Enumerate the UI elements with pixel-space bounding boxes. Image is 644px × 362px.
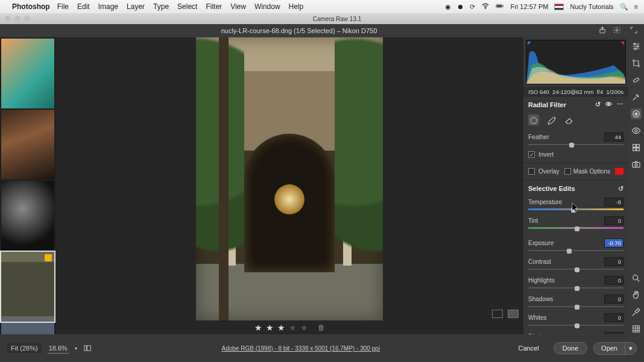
crop-icon[interactable] <box>631 58 642 69</box>
whites-value[interactable]: 0 <box>604 313 623 322</box>
star-5-icon[interactable]: ★ <box>300 323 308 332</box>
highlights-thumb[interactable] <box>575 286 579 291</box>
heal-icon[interactable] <box>631 75 642 86</box>
menu-edit[interactable]: Edit <box>77 2 90 11</box>
highlights-value[interactable]: 0 <box>604 276 623 285</box>
selective-reset-icon[interactable]: ↺ <box>618 185 623 193</box>
thumbnail[interactable] <box>1 323 54 334</box>
open-dropdown-icon[interactable]: ▾ <box>625 343 636 354</box>
edit-panel[interactable]: ISO 640 24-120@62 mm f/4 1/200s Radial F… <box>523 37 628 334</box>
menu-select[interactable]: Select <box>177 2 197 11</box>
color-sampler-icon[interactable] <box>631 307 642 317</box>
histogram[interactable] <box>526 40 626 84</box>
more-icon[interactable]: ⋯ <box>617 101 623 108</box>
reset-icon[interactable]: ↺ <box>595 101 601 108</box>
exposure-thumb[interactable] <box>567 249 572 254</box>
workflow-options-link[interactable]: Adobe RGB (1998) - 8 bit - 3338 x 5001 (… <box>221 345 379 352</box>
svg-point-7 <box>637 46 639 48</box>
highlight-clip-icon[interactable] <box>620 42 624 45</box>
menu-layer[interactable]: Layer <box>127 2 145 11</box>
shadow-clip-icon[interactable] <box>528 42 531 45</box>
thumbnail[interactable] <box>1 39 54 108</box>
temperature-thumb[interactable] <box>571 208 576 213</box>
sync-icon[interactable]: ⟳ <box>470 3 475 11</box>
blacks-value[interactable]: 0 <box>604 332 623 334</box>
menu-image[interactable]: Image <box>98 2 118 11</box>
notification-center-icon[interactable]: ≡ <box>634 3 638 10</box>
brush-tool-icon[interactable] <box>546 114 557 125</box>
screen-record-icon[interactable]: ⏺ <box>457 3 464 10</box>
close-window-icon[interactable] <box>5 16 11 22</box>
shadows-value[interactable]: 0 <box>604 295 623 304</box>
exposure-value[interactable]: -0.70 <box>604 239 623 248</box>
menubar-user[interactable]: Nucly Tutorials <box>570 3 613 10</box>
menu-view[interactable]: View <box>230 2 246 11</box>
star-4-icon[interactable]: ★ <box>289 323 297 332</box>
eraser-tool-icon[interactable] <box>564 114 575 125</box>
menu-type[interactable]: Type <box>153 2 169 11</box>
minimize-window-icon[interactable] <box>14 16 21 22</box>
filmstrip[interactable] <box>0 37 55 334</box>
zoom-window-icon[interactable] <box>24 16 30 22</box>
temperature-value[interactable]: -8 <box>604 198 623 207</box>
settings-gear-icon[interactable] <box>613 26 621 36</box>
camera-status-icon[interactable]: ◉ <box>445 3 451 11</box>
presets-icon[interactable] <box>631 142 642 153</box>
traffic-lights[interactable] <box>5 16 30 22</box>
window-titlebar[interactable]: Camera Raw 13.1 <box>0 13 644 24</box>
menu-help[interactable]: Help <box>289 2 304 11</box>
invert-checkbox[interactable] <box>528 151 535 158</box>
menubar-clock[interactable]: Fri 12:57 PM <box>510 3 548 10</box>
done-button[interactable]: Done <box>554 342 587 354</box>
battery-icon[interactable] <box>496 2 504 11</box>
menu-file[interactable]: File <box>57 2 69 11</box>
wifi-icon[interactable] <box>481 2 490 11</box>
contrast-thumb[interactable] <box>575 267 579 272</box>
delete-icon[interactable]: 🗑 <box>318 323 325 332</box>
grid-icon[interactable] <box>631 323 642 334</box>
feather-value[interactable]: 44 <box>604 133 623 142</box>
menu-window[interactable]: Window <box>254 2 280 11</box>
overlay-checkbox[interactable] <box>528 168 535 175</box>
maskoptions-checkbox[interactable] <box>564 168 571 175</box>
feather-thumb[interactable] <box>569 143 574 148</box>
zoom-percent[interactable]: 18.6% <box>48 343 69 354</box>
open-button[interactable]: Open ▾ <box>593 342 637 355</box>
toggle-strip-icon[interactable] <box>83 344 92 352</box>
whites-thumb[interactable] <box>575 323 579 328</box>
contrast-value[interactable]: 0 <box>604 257 623 266</box>
thumbnail[interactable] <box>1 181 54 251</box>
snapshots-icon[interactable] <box>631 159 642 170</box>
meta-lens: 24-120@62 mm <box>552 89 593 95</box>
redeye-icon[interactable] <box>631 125 642 136</box>
app-name[interactable]: Photoshop <box>12 2 50 11</box>
spotlight-icon[interactable]: 🔍 <box>620 3 628 11</box>
zoom-tool-icon[interactable] <box>631 273 642 284</box>
fullscreen-icon[interactable] <box>630 26 638 36</box>
thumbnail-selected[interactable] <box>1 252 54 322</box>
svg-rect-15 <box>633 148 636 151</box>
star-2-icon[interactable]: ★ <box>266 323 274 332</box>
tint-value[interactable]: 0 <box>604 216 623 225</box>
fit-zoom-label[interactable]: Fit (28%) <box>7 343 42 353</box>
radial-tool-icon[interactable]: ◯ <box>528 114 539 125</box>
tint-thumb[interactable] <box>575 226 579 231</box>
image-canvas[interactable] <box>55 37 523 320</box>
thumbnail[interactable] <box>1 110 54 179</box>
compare-view-icon[interactable] <box>508 310 519 318</box>
single-view-icon[interactable] <box>492 310 503 318</box>
zoom-dropdown-icon[interactable]: ▾ <box>75 346 77 351</box>
star-1-icon[interactable]: ★ <box>254 323 262 332</box>
hand-tool-icon[interactable] <box>631 290 642 301</box>
cancel-button[interactable]: Cancel <box>510 343 548 354</box>
shadows-thumb[interactable] <box>575 305 579 310</box>
input-source-flag-icon[interactable] <box>554 4 564 10</box>
menu-filter[interactable]: Filter <box>206 2 222 11</box>
mask-color-swatch[interactable] <box>615 168 623 175</box>
eyedropper-icon[interactable] <box>631 92 642 102</box>
masking-icon[interactable] <box>631 108 642 119</box>
star-3-icon[interactable]: ★ <box>277 323 285 332</box>
visibility-icon[interactable]: 👁 <box>605 101 612 108</box>
edit-sliders-icon[interactable] <box>631 41 642 52</box>
share-icon[interactable] <box>598 26 607 36</box>
